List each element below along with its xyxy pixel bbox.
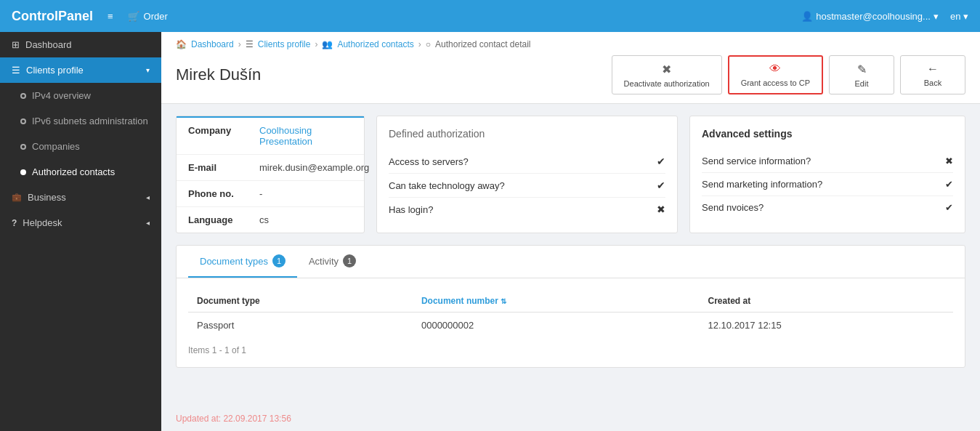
tab-activity-badge: 1 [343,254,356,267]
info-row-language: Language cs [177,207,364,233]
advanced-settings-card: Advanced settings Send service informati… [689,116,965,233]
brand-logo: ControlPanel [12,9,93,24]
sidebar-item-clients-profile[interactable]: ☰ Clients profile ▾ [0,57,161,83]
sidebar-item-ipv4[interactable]: IPv4 overview [0,83,161,108]
user-menu[interactable]: 👤 hostmaster@coolhousing... ▾ [801,11,939,22]
table-header-row: Document type Document number ⇅ Created … [188,290,953,313]
tab-document-types[interactable]: Document types 1 [188,246,297,278]
top-nav-right: 👤 hostmaster@coolhousing... ▾ en ▾ [801,11,968,22]
user-icon: 👤 [801,11,813,22]
deactivate-icon: ✖ [662,63,671,76]
edit-button[interactable]: ✎ Edit [829,55,894,94]
adv-service-label: Send service information? [702,156,811,166]
cell-doc-number: 0000000002 [413,313,700,339]
user-chevron-icon: ▾ [934,11,939,22]
breadcrumb-clients-profile[interactable]: Clients profile [258,39,311,49]
edit-label: Edit [855,79,869,88]
breadcrumb-dashboard[interactable]: Dashboard [191,39,234,49]
defined-auth-card: Defined authorization Access to servers?… [376,116,678,233]
adv-invoices-check: ✔ [945,202,953,213]
auth-login-label: Has login? [389,204,433,215]
back-label: Back [924,78,941,87]
hamburger-icon: ≡ [108,11,113,22]
header-row: Mirek Dušín ✖ Deactivate authorization 👁… [176,55,965,94]
sidebar-item-helpdesk[interactable]: ? Helpdesk ◂ [0,210,161,235]
breadcrumb-sep-1: › [238,39,241,49]
top-nav-left: ControlPanel ≡ 🛒 Order [12,9,168,24]
companies-dot-icon [20,144,26,150]
business-chevron-icon: ◂ [146,193,150,201]
sidebar-item-dashboard[interactable]: ⊞ Dashboard [0,32,161,57]
ipv4-dot-icon [20,93,26,99]
sidebar: ⊞ Dashboard ☰ Clients profile ▾ IPv4 ove… [0,32,161,431]
col-doc-type: Document type [188,290,413,313]
breadcrumb-home-icon: 🏠 [176,39,187,49]
tabs-content: Document type Document number ⇅ Created … [177,278,965,367]
menu-toggle[interactable]: ≡ [108,11,113,22]
order-link[interactable]: 🛒 Order [128,11,168,22]
grant-access-icon: 👁 [769,63,781,76]
deactivate-button[interactable]: ✖ Deactivate authorization [612,55,722,94]
breadcrumb-contacts-icon: 👥 [322,39,333,49]
language-value: cs [259,214,269,225]
auth-row-servers: Access to servers? ✔ [389,150,665,174]
breadcrumb-sep-3: › [418,39,421,49]
grant-access-label: Grant access to CP [741,78,810,87]
tabs-header: Document types 1 Activity 1 [177,246,965,278]
ipv6-dot-icon [20,118,26,124]
page-header: 🏠 Dashboard › ☰ Clients profile › 👥 Auth… [161,32,980,104]
auth-row-technology: Can take technology away? ✔ [389,174,665,198]
breadcrumb: 🏠 Dashboard › ☰ Clients profile › 👥 Auth… [176,39,965,49]
company-value[interactable]: Coolhousing Presentation [259,125,352,147]
advanced-settings-title: Advanced settings [702,128,953,140]
tab-document-types-badge: 1 [272,254,286,267]
lang-chevron-icon: ▾ [963,11,968,22]
table-meta: Items 1 - 1 of 1 [188,338,953,355]
authorized-contacts-dot-icon [20,169,26,175]
business-icon: 💼 [12,193,22,202]
adv-service-check: ✖ [945,156,953,166]
tabs-section: Document types 1 Activity 1 Document ty [176,245,965,368]
helpdesk-chevron-icon: ◂ [146,219,150,227]
top-nav: ControlPanel ≡ 🛒 Order 👤 hostmaster@cool… [0,0,980,32]
info-row-company: Company Coolhousing Presentation [177,118,364,155]
edit-icon: ✎ [857,63,867,76]
deactivate-label: Deactivate authorization [624,79,710,88]
language-label: Language [188,214,254,225]
company-label: Company [188,125,254,136]
cell-created-at: 12.10.2017 12:15 [699,313,953,339]
auth-technology-label: Can take technology away? [389,180,505,191]
cell-doc-type: Passport [188,313,413,339]
adv-marketing-label: Send marketing information? [702,179,822,190]
page-title: Mirek Dušín [176,65,261,84]
sidebar-item-business[interactable]: 💼 Business ◂ [0,185,161,210]
dashboard-icon: ⊞ [12,39,20,50]
breadcrumb-authorized-contacts[interactable]: Authorized contacts [337,39,413,49]
grant-access-button[interactable]: 👁 Grant access to CP [728,55,823,94]
contact-info-card: Company Coolhousing Presentation E-mail … [176,116,365,233]
language-switcher[interactable]: en ▾ [950,11,968,22]
back-button[interactable]: ← Back [900,55,965,94]
info-row-phone: Phone no. - [177,181,364,207]
adv-row-service: Send service information? ✖ [702,150,953,173]
content-area: Company Coolhousing Presentation E-mail … [161,104,980,406]
adv-invoices-label: Send nvoices? [702,202,764,213]
adv-marketing-check: ✔ [945,179,953,190]
sidebar-item-companies[interactable]: Companies [0,134,161,159]
auth-login-check: ✖ [657,204,665,215]
tab-activity[interactable]: Activity 1 [297,246,368,278]
sidebar-item-ipv6[interactable]: IPv6 subnets administration [0,108,161,134]
col-doc-number[interactable]: Document number ⇅ [413,290,700,313]
layout: ⊞ Dashboard ☰ Clients profile ▾ IPv4 ove… [0,32,980,431]
cart-icon: 🛒 [128,11,139,22]
sidebar-item-authorized-contacts[interactable]: Authorized contacts [0,159,161,185]
auth-servers-label: Access to servers? [389,156,469,167]
adv-row-marketing: Send marketing information? ✔ [702,173,953,196]
breadcrumb-current: Authorized contact detail [435,39,530,49]
main-content: 🏠 Dashboard › ☰ Clients profile › 👥 Auth… [161,32,980,431]
documents-table: Document type Document number ⇅ Created … [188,290,953,338]
helpdesk-icon: ? [12,218,17,228]
info-row-email: E-mail mirek.dusin@example.org [177,155,364,181]
sort-icon: ⇅ [501,297,506,305]
breadcrumb-circle-icon: ○ [426,39,431,49]
